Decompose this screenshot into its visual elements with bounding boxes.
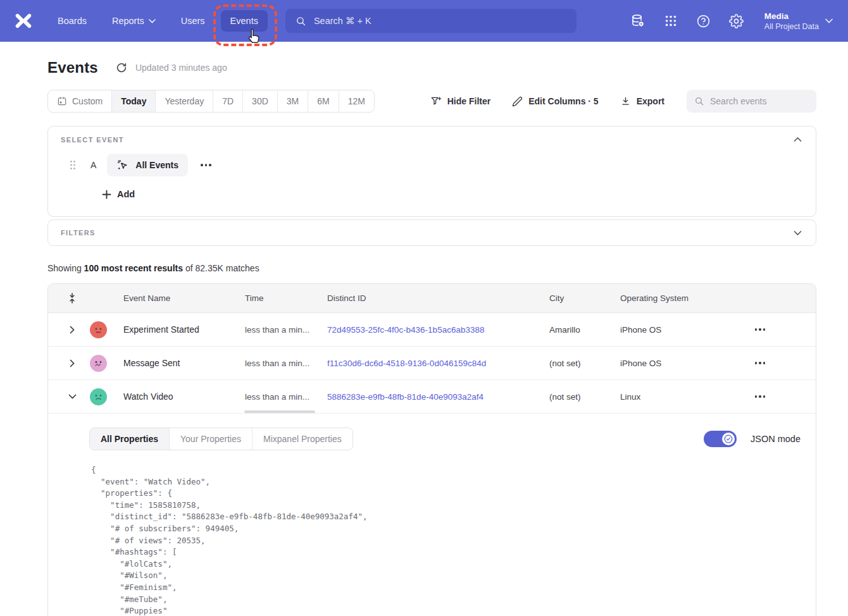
refresh-button[interactable]: [116, 62, 127, 73]
nav-item-users[interactable]: Users: [171, 10, 215, 32]
event-row-letter: A: [90, 160, 96, 170]
date-option-label: 12M: [348, 96, 365, 106]
row-more-options-icon[interactable]: [751, 324, 770, 335]
date-option-label: 6M: [317, 96, 329, 106]
mixpanel-logo-icon: [14, 11, 33, 30]
event-avatar: [90, 388, 107, 405]
selected-event-chip[interactable]: All Events: [107, 154, 188, 176]
collapse-row-button[interactable]: [62, 390, 82, 403]
select-event-label: SELECT EVENT: [61, 136, 803, 144]
table-row-expanded: Watch Video less than a min... 5886283e-…: [48, 380, 816, 414]
add-event-label: Add: [117, 189, 135, 199]
distinct-id-link[interactable]: 5886283e-e9fb-48fb-81de-40e9093a2af4: [327, 392, 483, 402]
results-highlight: 100 most recent results: [84, 263, 183, 273]
distinct-id-link[interactable]: f11c30d6-dc6d-4518-9136-0d046159c84d: [327, 359, 486, 368]
date-option-30d[interactable]: 30D: [243, 90, 278, 112]
expand-filters-button[interactable]: [791, 228, 804, 238]
event-cursor-icon: [116, 159, 129, 171]
chevron-down-icon: [68, 394, 77, 399]
edit-columns-button[interactable]: Edit Columns · 5: [504, 91, 606, 112]
json-mode-label: JSON mode: [751, 434, 801, 444]
table-row: Message Sent less than a min... f11c30d6…: [48, 347, 816, 380]
event-json-viewer[interactable]: { "event": "Watch Video", "properties": …: [91, 464, 802, 616]
add-event-button[interactable]: Add: [102, 187, 139, 201]
nav-item-label: Events: [230, 16, 258, 26]
event-name-cell: Message Sent: [114, 358, 235, 368]
expand-row-button[interactable]: [62, 322, 82, 338]
time-cell: less than a min...: [235, 392, 318, 402]
os-cell: iPhone OS: [611, 359, 695, 368]
row-more-options-icon[interactable]: [751, 391, 770, 402]
collapse-panel-button[interactable]: [791, 134, 804, 145]
col-event-name[interactable]: Event Name: [114, 293, 235, 303]
project-switcher[interactable]: Media All Project Data: [764, 11, 833, 32]
date-option-label: Yesterday: [165, 96, 204, 106]
last-updated-text: Updated 3 minutes ago: [135, 63, 227, 73]
col-time[interactable]: Time: [235, 293, 318, 303]
event-detail-panel: All Properties Your Properties Mixpanel …: [48, 414, 816, 616]
table-toolbar: Hide Filter Edit Columns · 5 Export: [422, 90, 816, 113]
date-option-12m[interactable]: 12M: [339, 90, 374, 112]
event-selector-row: A All Events: [61, 154, 803, 176]
more-options-icon[interactable]: [197, 160, 215, 170]
row-more-options-icon[interactable]: [751, 358, 770, 368]
date-option-label: 30D: [252, 96, 268, 106]
col-distinct-id[interactable]: Distinct ID: [318, 293, 540, 303]
expand-row-button[interactable]: [62, 355, 82, 371]
plus-icon: [102, 190, 111, 199]
controls-row: Custom Today Yesterday 7D 30D 3M 6M 12M …: [47, 90, 816, 113]
data-management-icon[interactable]: [630, 13, 645, 28]
search-events-box: [687, 90, 816, 113]
chevron-down-icon: [825, 18, 833, 23]
project-scope: All Project Data: [764, 22, 819, 32]
collapse-rows-icon[interactable]: [62, 289, 82, 307]
hide-filter-label: Hide Filter: [447, 96, 490, 106]
chevron-down-icon: [149, 19, 156, 23]
date-range-control: Custom Today Yesterday 7D 30D 3M 6M 12M: [47, 90, 375, 113]
filters-label: FILTERS: [61, 229, 803, 237]
filters-panel: FILTERS: [47, 219, 816, 246]
apps-grid-icon[interactable]: [664, 14, 678, 28]
chevron-down-icon: [794, 230, 802, 236]
chevron-right-icon: [70, 326, 75, 334]
tab-mixpanel-properties[interactable]: Mixpanel Properties: [253, 428, 352, 450]
help-icon[interactable]: [696, 14, 711, 28]
tab-all-properties[interactable]: All Properties: [90, 428, 170, 450]
time-column-scrollbar[interactable]: [244, 410, 315, 413]
date-option-6m[interactable]: 6M: [308, 90, 339, 112]
date-option-custom[interactable]: Custom: [48, 90, 112, 112]
global-search-input[interactable]: Search ⌘ + K: [285, 9, 577, 33]
date-option-yesterday[interactable]: Yesterday: [156, 90, 213, 112]
city-cell: (not set): [540, 359, 611, 368]
date-option-3m[interactable]: 3M: [278, 90, 308, 112]
export-button[interactable]: Export: [612, 91, 673, 112]
filter-icon: [430, 95, 442, 107]
select-event-panel: SELECT EVENT A All: [47, 126, 816, 217]
chevron-right-icon: [70, 359, 75, 367]
event-avatar: [90, 355, 107, 372]
settings-icon[interactable]: [729, 14, 744, 28]
time-cell: less than a min...: [235, 325, 318, 335]
col-operating-system[interactable]: Operating System: [611, 293, 695, 303]
distinct-id-link[interactable]: 72d49553-25fc-4f0c-b436-1b5ac6ab3388: [327, 325, 484, 335]
nav-item-boards[interactable]: Boards: [48, 10, 96, 32]
event-name-cell: Watch Video: [114, 391, 235, 402]
nav-item-events[interactable]: Events: [221, 10, 268, 32]
col-city[interactable]: City: [540, 293, 611, 303]
results-summary: Showing 100 most recent results of 82.35…: [47, 263, 816, 273]
table-row: Experiment Started less than a min... 72…: [48, 313, 816, 347]
table-header-row: Event Name Time Distinct ID City Operati…: [48, 284, 816, 313]
nav-item-reports[interactable]: Reports: [103, 10, 165, 32]
date-option-7d[interactable]: 7D: [213, 90, 243, 112]
mixpanel-logo[interactable]: [13, 10, 34, 32]
date-option-today[interactable]: Today: [112, 90, 156, 112]
hide-filter-button[interactable]: Hide Filter: [422, 90, 499, 112]
search-events-input[interactable]: [710, 96, 805, 106]
json-mode-toggle[interactable]: [704, 431, 737, 447]
distinct-id-cell: f11c30d6-dc6d-4518-9136-0d046159c84d: [318, 358, 540, 368]
calendar-icon: [57, 96, 67, 106]
refresh-icon: [116, 62, 127, 73]
tab-your-properties[interactable]: Your Properties: [170, 428, 253, 450]
edit-icon: [512, 96, 523, 107]
drag-handle-icon[interactable]: [70, 160, 76, 170]
